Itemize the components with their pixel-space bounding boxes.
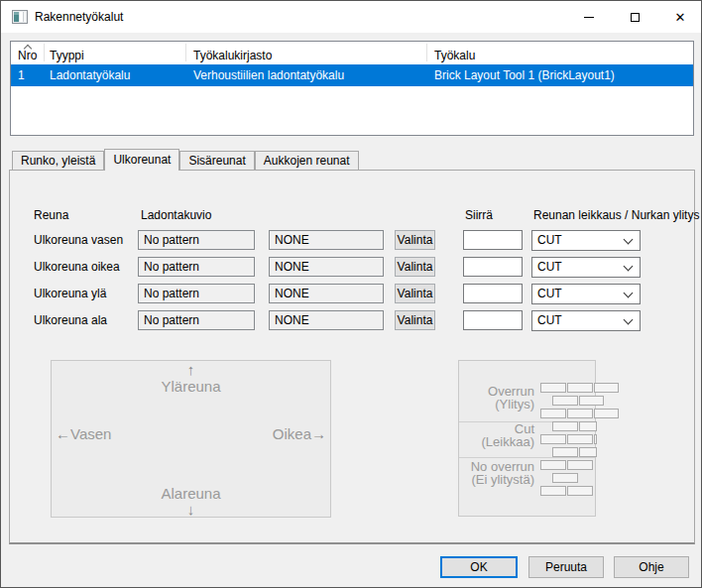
cut-select[interactable]: CUT: [531, 284, 641, 304]
close-button[interactable]: ✕: [657, 2, 702, 32]
tab-ulkoreunat[interactable]: Ulkoreunat: [104, 149, 179, 171]
brick: [540, 409, 566, 418]
siirra-input[interactable]: [463, 257, 523, 277]
pattern-field: No pattern: [138, 230, 255, 250]
brick: [594, 434, 597, 444]
tab-runko-yleista[interactable]: Runko, yleistä: [12, 151, 104, 171]
cut-select-value: CUT: [537, 260, 562, 274]
brick: [540, 486, 566, 496]
window-title: Rakennetyökalut: [35, 1, 123, 33]
help-button[interactable]: Ohje: [614, 556, 689, 578]
label-cut: Cut (Leikkaa): [463, 422, 534, 448]
cell-tyokalu: Brick Layout Tool 1 (BrickLayout1): [434, 64, 615, 86]
brick: [552, 396, 578, 406]
titlebar: Rakennetyökalut ✕: [1, 1, 701, 33]
label-no-overrun: No overrun (Ei ylitystä): [463, 460, 534, 486]
brick: [540, 383, 566, 393]
brick: [579, 396, 604, 406]
siirra-input[interactable]: [463, 310, 523, 330]
brick: [594, 383, 619, 393]
valinta-button[interactable]: Valinta: [395, 257, 435, 277]
library-field: NONE: [269, 310, 384, 330]
close-icon: ✕: [675, 11, 686, 24]
header-reuna: Reuna: [34, 208, 68, 222]
edge-row-vasen: Ulkoreuna vasen No pattern NONE Valinta …: [1, 230, 702, 250]
pattern-field: No pattern: [138, 257, 255, 277]
row-label: Ulkoreuna ala: [34, 310, 107, 330]
brick: [579, 421, 597, 431]
brick: [567, 409, 593, 418]
brick-diagram-box: Overrun (Ylitys) Cut (Leikkaa) No overru…: [458, 360, 596, 517]
label-oikea: Oikea→: [273, 425, 326, 442]
up-arrow-icon: ↑: [52, 362, 330, 377]
pattern-field: No pattern: [138, 284, 255, 303]
brick: [579, 447, 597, 457]
library-field: NONE: [269, 284, 384, 303]
cut-select[interactable]: CUT: [531, 230, 641, 251]
cell-tyyppi: Ladontatyökalu: [50, 64, 130, 86]
header-ladontakuvio: Ladontakuvio: [141, 208, 211, 222]
app-icon: [12, 9, 28, 25]
cancel-button[interactable]: Peruuta: [528, 556, 604, 578]
cell-nro: 1: [18, 64, 25, 86]
brick: [552, 447, 578, 457]
tab-sisareunat[interactable]: Sisäreunat: [179, 151, 254, 171]
brick: [567, 486, 593, 496]
ok-button[interactable]: OK: [440, 556, 518, 578]
cut-select-value: CUT: [537, 287, 562, 300]
pattern-field: No pattern: [138, 310, 255, 330]
brick: [567, 434, 593, 444]
column-separator: [426, 44, 427, 61]
edge-row-ala: Ulkoreuna ala No pattern NONE Valinta CU…: [1, 310, 702, 330]
tab-bar: Runko, yleistä Ulkoreunat Sisäreunat Auk…: [9, 149, 359, 171]
label-alareuna: Alareuna: [52, 485, 330, 502]
row-label: Ulkoreuna vasen: [34, 230, 123, 250]
valinta-button[interactable]: Valinta: [395, 310, 435, 330]
minimize-button[interactable]: [566, 2, 612, 32]
siirra-input[interactable]: [463, 230, 523, 250]
section-divider: [459, 457, 595, 458]
siirra-input[interactable]: [463, 284, 523, 303]
chevron-down-icon: [625, 263, 632, 270]
edge-row-oikea: Ulkoreuna oikea No pattern NONE Valinta …: [1, 257, 702, 277]
library-field: NONE: [269, 257, 384, 277]
brick: [567, 460, 593, 470]
brick: [540, 434, 566, 444]
column-separator: [185, 44, 186, 61]
cut-select[interactable]: CUT: [531, 310, 641, 331]
header-leikkaus: Reunan leikkaus / Nurkan ylitys: [533, 208, 699, 222]
cut-select[interactable]: CUT: [531, 257, 641, 278]
cut-select-value: CUT: [537, 233, 562, 247]
column-header-tyokalu[interactable]: Työkalu: [434, 49, 475, 62]
brick: [540, 460, 566, 470]
row-label: Ulkoreuna oikea: [34, 257, 120, 277]
maximize-button[interactable]: [612, 2, 657, 32]
column-header-kirjasto[interactable]: Työkalukirjasto: [193, 49, 272, 62]
library-field: NONE: [269, 230, 384, 250]
brick: [567, 383, 593, 393]
edge-diagram-box: ↑ Yläreuna ←Vasen Oikea→ Alareuna ↓: [51, 360, 331, 518]
minimize-icon: [584, 17, 594, 18]
tab-aukkojen-reunat[interactable]: Aukkojen reunat: [255, 151, 359, 171]
dialog-window: Rakennetyökalut ✕ Nro Tyyppi Työkalukirj…: [0, 0, 702, 588]
column-header-tyyppi[interactable]: Tyyppi: [50, 49, 84, 62]
right-arrow-icon: →: [311, 425, 326, 442]
label-vasen: ←Vasen: [56, 425, 111, 442]
valinta-button[interactable]: Valinta: [395, 284, 435, 303]
column-separator: [44, 44, 45, 61]
chevron-down-icon: [625, 290, 632, 296]
down-arrow-icon: ↓: [52, 502, 330, 517]
brick: [552, 473, 578, 483]
chevron-down-icon: [625, 316, 632, 323]
maximize-icon: [631, 13, 640, 22]
table-row[interactable]: 1 Ladontatyökalu Verhoustiilien ladontat…: [11, 64, 693, 86]
chevron-down-icon: [625, 236, 632, 243]
edge-row-yla: Ulkoreuna ylä No pattern NONE Valinta CU…: [1, 284, 702, 303]
column-header-nro[interactable]: Nro: [18, 49, 37, 62]
brick: [594, 409, 619, 418]
cut-select-value: CUT: [537, 313, 562, 327]
label-ylareuna: Yläreuna: [52, 378, 330, 395]
row-label: Ulkoreuna ylä: [34, 284, 106, 303]
valinta-button[interactable]: Valinta: [395, 230, 435, 250]
left-arrow-icon: ←: [56, 425, 70, 442]
